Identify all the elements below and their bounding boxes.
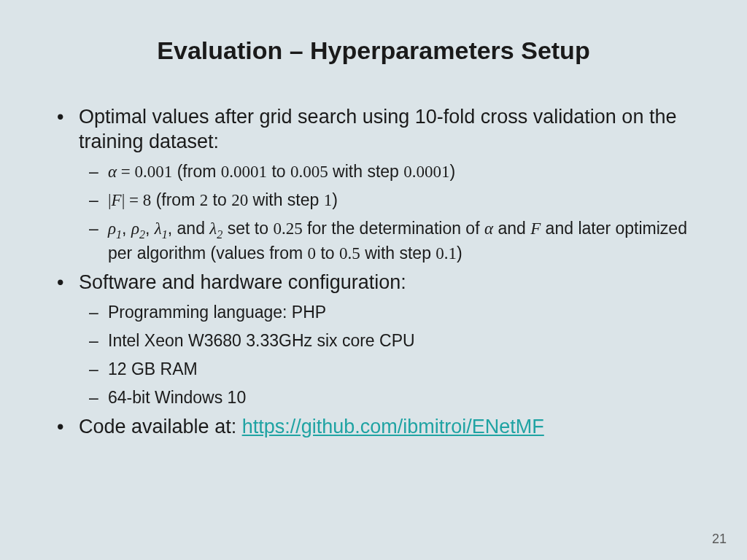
hi: 0.5 <box>339 244 360 262</box>
sub-rho-lambda: ρ1, ρ2, λ1, and λ2 set to 0.25 for the d… <box>79 217 696 265</box>
txt: ) <box>457 244 462 262</box>
txt: ) <box>450 162 456 181</box>
bullet-text: Code available at: <box>79 416 242 438</box>
lo: 0.0001 <box>221 163 267 181</box>
txt: (from <box>151 190 199 209</box>
page-number: 21 <box>712 532 727 547</box>
code-link[interactable]: https://github.com/ibmitroi/ENetMF <box>242 416 544 438</box>
step: 0.1 <box>436 244 457 262</box>
txt: (from <box>172 162 220 181</box>
sub-cpu: Intel Xeon W3680 3.33GHz six core CPU <box>79 330 696 352</box>
sub-alpha: α = 0.001 (from 0.0001 to 0.005 with ste… <box>79 160 696 183</box>
sym-f: F <box>112 191 122 209</box>
txt: , <box>145 219 155 238</box>
bullet-code: Code available at: https://github.com/ib… <box>51 415 696 440</box>
txt: and <box>493 219 530 238</box>
val: 0.25 <box>273 219 302 238</box>
sym-f: F <box>530 219 541 238</box>
step: 0.0001 <box>403 163 449 181</box>
sub-list: Programming language: PHP Intel Xeon W36… <box>79 301 696 409</box>
txt: ) <box>332 190 338 209</box>
txt: with step <box>328 162 404 181</box>
txt: , <box>122 219 131 238</box>
txt: with step <box>248 190 324 209</box>
lo: 0 <box>308 244 317 262</box>
bullet-optimal-values: Optimal values after grid search using 1… <box>51 105 696 265</box>
sym-alpha: α <box>108 163 117 181</box>
txt: , and <box>168 219 210 238</box>
bullet-config: Software and hardware configuration: Pro… <box>51 271 696 409</box>
eq: = <box>125 191 142 209</box>
val: 0.001 <box>135 163 173 181</box>
slide-title: Evaluation – Hyperparameters Setup <box>51 36 696 65</box>
txt: set to <box>222 219 273 238</box>
sym-rho1: ρ1 <box>108 219 122 238</box>
hi: 20 <box>231 191 248 209</box>
val: 8 <box>143 191 152 209</box>
hi: 0.005 <box>290 163 328 181</box>
bullet-list: Optimal values after grid search using 1… <box>51 105 696 440</box>
lo: 2 <box>200 191 209 209</box>
sym-lambda1: λ1 <box>155 219 168 238</box>
eq: = <box>117 163 134 181</box>
sub-ram: 12 GB RAM <box>79 358 696 381</box>
sub-f: |F| = 8 (from 2 to 20 with step 1) <box>79 189 696 211</box>
sym-alpha: α <box>484 219 493 238</box>
txt: to <box>267 162 290 181</box>
txt: to <box>208 190 231 209</box>
sym-rho2: ρ2 <box>131 219 145 238</box>
bullet-text: Optimal values after grid search using 1… <box>79 106 676 152</box>
txt: to <box>316 244 339 262</box>
sub-lang: Programming language: PHP <box>79 301 696 324</box>
bullet-text: Software and hardware configuration: <box>79 271 406 293</box>
txt: with step <box>360 244 436 262</box>
step: 1 <box>324 191 333 209</box>
txt: for the determination of <box>303 219 484 238</box>
sym-lambda2: λ2 <box>209 219 222 238</box>
sub-os: 64-bit Windows 10 <box>79 386 696 409</box>
sub-list: α = 0.001 (from 0.0001 to 0.005 with ste… <box>79 160 696 265</box>
